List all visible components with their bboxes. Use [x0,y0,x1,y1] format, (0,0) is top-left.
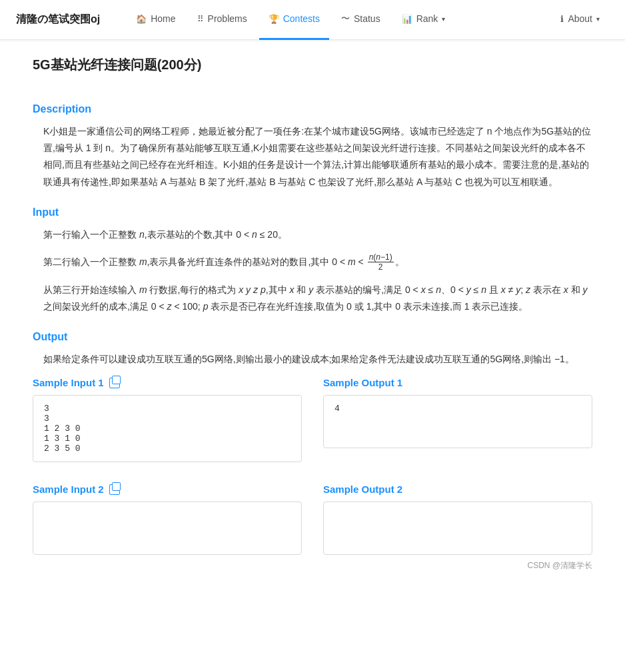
nav-item-status[interactable]: 〜 Status [332,0,390,40]
description-text: K小姐是一家通信公司的网络工程师，她最近被分配了一项任务:在某个城市建设5G网络… [43,123,592,190]
rank-dropdown-icon: ▾ [442,15,445,23]
sample-input-1-label: Sample Input 1 [33,377,302,388]
description-body: K小姐是一家通信公司的网络工程师，她最近被分配了一项任务:在某个城市建设5G网络… [33,123,592,190]
sample-input-1-box: 3 3 1 2 3 0 1 3 1 0 2 3 5 0 [33,395,302,462]
problems-icon: ⠿ [197,14,204,24]
sample-input-2-col: Sample Input 2 [33,484,302,571]
watermark: CSDN @清隆学长 [323,560,592,571]
navbar: 清隆の笔试突围oj 🏠 Home ⠿ Problems 🏆 Contests 〜… [0,0,625,40]
input-heading: Input [33,206,592,218]
main-content: 5G基站光纤连接问题(200分) Description K小姐是一家通信公司的… [13,40,612,619]
sample-input-1-col: Sample Input 1 3 3 1 2 3 0 1 3 1 0 2 3 5… [33,377,302,462]
problem-title: 5G基站光纤连接问题(200分) [33,56,592,85]
output-heading: Output [33,331,592,343]
about-icon: ℹ [560,14,564,24]
nav-item-about[interactable]: ℹ About ▾ [551,0,609,40]
output-body: 如果给定条件可以建设成功互联互通的5G网络,则输出最小的建设成本;如果给定条件无… [33,351,592,368]
samples-row-2: Sample Input 2 Sample Output 2 CSDN @清隆学… [33,484,592,571]
sample-output-2-label: Sample Output 2 [323,484,592,495]
input-p3: 从第三行开始连续输入 m 行数据,每行的格式为 x y z p,其中 x 和 y… [43,282,592,315]
nav-item-contests[interactable]: 🏆 Contests [259,0,329,40]
home-icon: 🏠 [136,14,147,24]
nav-label-problems: Problems [208,13,247,24]
sample-output-2-box [323,502,592,555]
contests-icon: 🏆 [269,14,279,24]
sample-output-1-box: 4 [323,395,592,448]
nav-items: 🏠 Home ⠿ Problems 🏆 Contests 〜 Status 📊 … [127,0,551,40]
input-p1: 第一行输入一个正整数 n,表示基站的个数,其中 0 < n ≤ 20。 [43,226,592,243]
nav-label-contests: Contests [283,13,320,24]
about-dropdown-icon: ▾ [596,15,600,23]
nav-label-home: Home [151,13,175,24]
nav-right: ℹ About ▾ [551,0,609,40]
nav-item-problems[interactable]: ⠿ Problems [188,0,257,40]
nav-item-home[interactable]: 🏠 Home [127,0,185,40]
output-text: 如果给定条件可以建设成功互联互通的5G网络,则输出最小的建设成本;如果给定条件无… [43,351,592,368]
samples-row-1: Sample Input 1 3 3 1 2 3 0 1 3 1 0 2 3 5… [33,377,592,462]
sample-output-2-col: Sample Output 2 CSDN @清隆学长 [323,484,592,571]
nav-label-status: Status [354,13,380,24]
input-p2: 第二行输入一个正整数 m,表示具备光纤直连条件的基站对的数目,其中 0 < m … [43,252,592,272]
sample-output-1-label: Sample Output 1 [323,377,592,388]
brand: 清隆の笔试突围oj [16,13,100,27]
sample-input-2-box [33,502,302,555]
rank-icon: 📊 [402,14,412,24]
nav-label-rank: Rank [416,13,438,24]
status-icon: 〜 [341,13,350,25]
description-heading: Description [33,103,592,115]
copy-sample-input-1-icon[interactable] [109,378,120,388]
input-body: 第一行输入一个正整数 n,表示基站的个数,其中 0 < n ≤ 20。 第二行输… [33,226,592,315]
nav-item-rank[interactable]: 📊 Rank ▾ [392,0,455,40]
copy-sample-input-2-icon[interactable] [109,484,120,495]
sample-output-1-col: Sample Output 1 4 [323,377,592,462]
nav-label-about: About [568,13,592,24]
sample-input-2-label: Sample Input 2 [33,484,302,495]
